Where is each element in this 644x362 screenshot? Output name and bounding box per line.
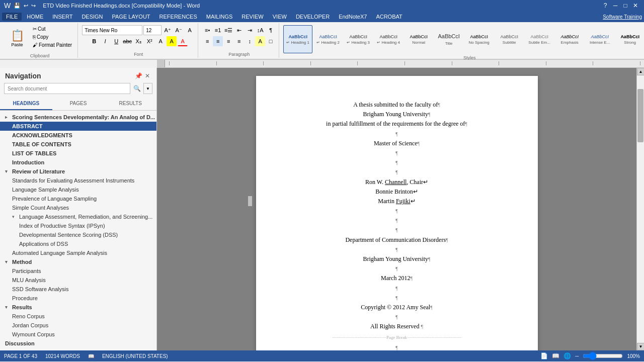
scroll-down-btn[interactable]: ▼	[637, 343, 644, 350]
menu-design[interactable]: DESIGN	[77, 13, 107, 21]
heading-item-toc[interactable]: TABLE OF CONTENTS	[0, 140, 156, 149]
increase-indent-btn[interactable]: ⇥	[245, 25, 255, 35]
minimize-btn[interactable]: ─	[611, 1, 620, 10]
heading-item-standards[interactable]: Standards for Evaluating Assessment Inst…	[0, 176, 156, 185]
heading-item-procedure[interactable]: Procedure	[0, 294, 156, 303]
decrease-indent-btn[interactable]: ⇤	[234, 25, 244, 35]
software-training-link[interactable]: Software Training	[603, 14, 642, 20]
menu-file[interactable]: FILE	[2, 13, 22, 21]
sort-btn[interactable]: ↕A	[255, 25, 265, 35]
heading-item-dss[interactable]: Developmental Sentence Scoring (DSS)	[0, 230, 156, 239]
tab-results[interactable]: RESULTS	[104, 97, 156, 110]
view-web-btn[interactable]: 🌐	[564, 352, 571, 359]
heading-item-language-sample[interactable]: Language Sample Analysis	[0, 185, 156, 194]
numbering-btn[interactable]: ≡1	[213, 25, 223, 35]
heading-item-abstract[interactable]: ABSTRACT	[0, 122, 156, 131]
style-no-spacing[interactable]: AaBbCcI No Spacing	[464, 25, 494, 53]
style-intense-e[interactable]: AaBbCcI Intense E...	[585, 25, 614, 53]
heading-item-mlu[interactable]: MLU Analysis	[0, 276, 156, 285]
copy-button[interactable]: ⎘ Copy	[30, 33, 74, 41]
heading-item-ssd[interactable]: SSD Software Analysis	[0, 285, 156, 294]
scroll-up-btn[interactable]: ▲	[637, 68, 644, 75]
page-count[interactable]: PAGE 1 OF 43	[4, 353, 37, 359]
menu-references[interactable]: REFERENCES	[155, 13, 201, 21]
heading-item-review[interactable]: ▾ Review of Literature	[0, 167, 156, 176]
paste-button[interactable]: 📋 Paste	[5, 25, 29, 51]
cut-button[interactable]: ✂ Cut	[30, 25, 74, 33]
quick-access-redo[interactable]: ↪	[31, 3, 36, 9]
heading-item-simple-count[interactable]: Simple Count Analyses	[0, 203, 156, 212]
font-color-btn[interactable]: A	[178, 36, 188, 46]
menu-home[interactable]: HOME	[23, 13, 47, 21]
title-bar-controls[interactable]: ? ─ □ ✕	[601, 1, 640, 10]
scroll-thumb[interactable]	[637, 89, 643, 142]
shading-btn[interactable]: A	[255, 36, 265, 46]
heading-item-language-assess[interactable]: ▾ Language Assessment, Remediation, and …	[0, 212, 156, 221]
heading-item-participants[interactable]: Participants	[0, 266, 156, 276]
menu-mailings[interactable]: MAILINGS	[202, 13, 237, 21]
align-left-btn[interactable]: ≡	[202, 36, 212, 46]
show-marks-btn[interactable]: ¶	[266, 25, 276, 35]
heading-item-automated[interactable]: Automated Language Sample Analysis	[0, 248, 156, 257]
view-read-btn[interactable]: 📖	[552, 352, 559, 359]
heading-item-references[interactable]: References	[0, 348, 156, 350]
heading-item-title[interactable]: ▸ Scoring Sentences Developmentally: An …	[0, 113, 156, 122]
style-strong[interactable]: AaBbCcI Strong	[615, 25, 644, 53]
heading-item-method[interactable]: ▾ Method	[0, 257, 156, 266]
left-margin-handle[interactable]	[248, 196, 252, 206]
menu-insert[interactable]: INSERT	[48, 13, 76, 21]
search-options-btn[interactable]: ▼	[143, 83, 152, 94]
heading-item-results[interactable]: ▾ Results	[0, 303, 156, 312]
italic-btn[interactable]: I	[100, 36, 110, 46]
search-submit-btn[interactable]: 🔍	[131, 83, 142, 94]
text-effect-btn[interactable]: A	[155, 36, 166, 46]
clear-format-btn[interactable]: A	[185, 25, 195, 35]
heading-item-intro[interactable]: Introduction	[0, 158, 156, 167]
strikethrough-btn[interactable]: abc	[122, 36, 132, 46]
close-btn[interactable]: ✕	[631, 1, 640, 10]
style-normal[interactable]: AaBbCcI Normal	[404, 25, 433, 53]
borders-btn[interactable]: □	[266, 36, 276, 46]
style-emphasis[interactable]: AaBbCcI Emphasis	[555, 25, 584, 53]
align-center-btn[interactable]: ≡	[213, 36, 223, 46]
heading-item-discussion[interactable]: Discussion	[0, 339, 156, 348]
help-btn[interactable]: ?	[601, 1, 610, 10]
format-painter-button[interactable]: 🖌 Format Painter	[30, 41, 74, 49]
menu-review[interactable]: REVIEW	[237, 13, 267, 21]
style-heading2[interactable]: AaBbCcI ↵ Heading 2	[313, 25, 343, 53]
zoom-slider[interactable]	[583, 352, 623, 359]
view-print-btn[interactable]: 📄	[540, 352, 548, 359]
nav-pin-btn[interactable]: 📌	[134, 72, 142, 80]
nav-close-btn[interactable]: ✕	[143, 72, 151, 80]
heading-item-prevalence[interactable]: Prevalence of Language Sampling	[0, 194, 156, 203]
heading-item-jordan[interactable]: Jordan Corpus	[0, 321, 156, 330]
menu-page-layout[interactable]: PAGE LAYOUT	[108, 13, 154, 21]
language[interactable]: ENGLISH (UNITED STATES)	[102, 353, 168, 359]
quick-access-undo[interactable]: ↩	[24, 3, 28, 9]
zoom-percent[interactable]: 100%	[627, 353, 640, 359]
bullets-btn[interactable]: ≡•	[202, 25, 212, 35]
style-heading3[interactable]: AaBbCcI ↵ Heading 3	[344, 25, 373, 53]
search-input[interactable]	[4, 83, 130, 94]
heading-item-reno[interactable]: Reno Corpus	[0, 312, 156, 321]
style-heading4[interactable]: AaBbCcI ↵ Heading 4	[374, 25, 403, 53]
heading-item-dss-apps[interactable]: Applications of DSS	[0, 239, 156, 248]
menu-acrobat[interactable]: ACROBAT	[372, 13, 406, 21]
menu-view[interactable]: VIEW	[269, 13, 291, 21]
shrink-font-btn[interactable]: A⁻	[174, 25, 184, 35]
grow-font-btn[interactable]: A⁺	[163, 25, 173, 35]
style-subtitle[interactable]: AaBbCcI Subtitle	[495, 25, 524, 53]
underline-btn[interactable]: U	[111, 36, 121, 46]
line-spacing-btn[interactable]: ↕	[245, 36, 255, 46]
quick-access-save[interactable]: 💾	[14, 3, 21, 9]
style-title[interactable]: AaBbCcI Title	[434, 25, 463, 53]
style-subtle-em[interactable]: AaBbCcI Subtle Em...	[525, 25, 554, 53]
tab-headings[interactable]: HEADINGS	[0, 97, 52, 110]
style-heading1[interactable]: AaBbCcI ↵ Heading 1	[283, 25, 312, 53]
multilevel-btn[interactable]: ≡☰	[223, 25, 233, 35]
superscript-btn[interactable]: X²	[144, 36, 154, 46]
justify-btn[interactable]: ≡	[234, 36, 244, 46]
heading-item-wymount[interactable]: Wymount Corpus	[0, 330, 156, 339]
document-area[interactable]: A thesis submitted to the faculty of¶ Br…	[157, 68, 636, 350]
menu-developer[interactable]: DEVELOPER	[292, 13, 334, 21]
